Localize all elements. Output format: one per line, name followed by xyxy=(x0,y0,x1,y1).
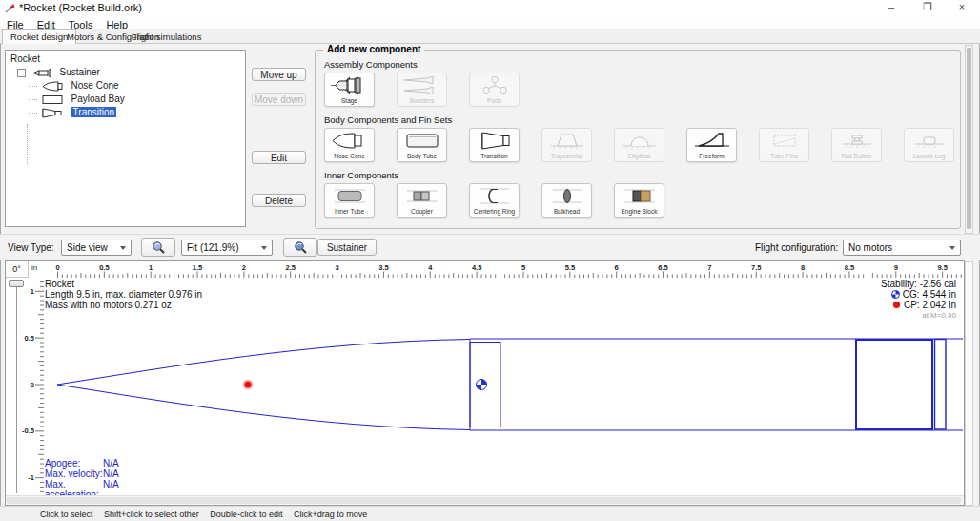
assembly-components-row: Stage Boosters Pods xyxy=(316,73,960,107)
tree-item-nose-cone[interactable]: Nose Cone xyxy=(6,79,245,93)
tree-item-payload-bay-label: Payload Bay xyxy=(71,94,125,104)
tree-item-payload-bay[interactable]: Payload Bay xyxy=(6,93,245,106)
svg-text:9: 9 xyxy=(894,263,898,272)
status-bar: Click to select Shift+click to select ot… xyxy=(0,506,980,521)
apogee-label: Apogee: xyxy=(45,458,103,469)
rocket-info: Rocket Length 9.5 in, max. diameter 0.97… xyxy=(45,279,202,310)
canvas-vertical-scrollbar[interactable] xyxy=(965,261,973,506)
svg-text:3: 3 xyxy=(336,263,339,272)
apogee-value: N/A xyxy=(103,458,119,469)
delete-button[interactable]: Delete xyxy=(252,194,306,207)
section-assembly-components: Assembly Components xyxy=(324,59,960,70)
tab-flight-simulations[interactable]: Flight simulations xyxy=(124,30,209,44)
add-coupler-button[interactable]: Coupler xyxy=(397,183,447,218)
rocket-length: Length 9.5 in, max. diameter 0.976 in xyxy=(45,289,202,300)
canvas-horizontal-scrollbar[interactable] xyxy=(6,495,964,505)
add-body-tube-button[interactable]: Body Tube xyxy=(397,128,447,162)
add-nose-cone-button[interactable]: Nose Cone xyxy=(324,128,375,162)
svg-text:0.5: 0.5 xyxy=(25,334,34,343)
scrollbar-thumb[interactable] xyxy=(7,497,961,504)
rocket-outline[interactable] xyxy=(57,339,963,430)
nose-cone-icon xyxy=(330,129,370,153)
stage-toggle-sustainer[interactable]: Sustainer xyxy=(317,239,377,256)
svg-text:0: 0 xyxy=(55,263,59,272)
transition-icon xyxy=(42,108,65,118)
elliptical-fin-icon xyxy=(620,129,660,153)
app-rocket-icon xyxy=(5,3,15,13)
add-engine-block-button[interactable]: Engine Block xyxy=(614,183,664,218)
tree-guide-stub xyxy=(29,86,37,87)
svg-text:8.5: 8.5 xyxy=(845,263,854,272)
minimize-button[interactable]: – xyxy=(875,0,908,15)
stability-value: -2.56 cal xyxy=(920,279,956,289)
inner-components-row: Inner Tube Coupler Centering Ring Bulkhe… xyxy=(316,183,960,218)
zoom-level-select[interactable]: Fit (121.9%) xyxy=(181,240,273,256)
add-elliptical-fin-button: Elliptical xyxy=(614,128,664,162)
tree-item-sustainer[interactable]: − Sustainer xyxy=(6,66,245,79)
flight-configuration-select[interactable]: No motors xyxy=(843,240,961,256)
cp-icon xyxy=(892,301,901,309)
tree-guide-stub xyxy=(29,113,37,114)
tree-item-rocket[interactable]: Rocket xyxy=(6,52,245,66)
cg-marker[interactable] xyxy=(477,380,487,390)
add-pods-button: Pods xyxy=(469,73,520,107)
rotation-slider-track[interactable] xyxy=(16,287,17,493)
add-trapezoidal-fin-button: Trapezoidal xyxy=(541,128,592,162)
hint-click-select: Click to select xyxy=(40,510,93,519)
tree-item-transition[interactable]: Transition xyxy=(6,106,245,119)
restore-button[interactable]: ❐ xyxy=(911,0,944,15)
svg-text:5: 5 xyxy=(521,263,525,272)
move-up-button[interactable]: Move up xyxy=(252,68,306,81)
magnifier-minus-icon xyxy=(294,240,308,255)
coupler-icon xyxy=(402,184,442,208)
zoom-in-button[interactable] xyxy=(141,238,175,257)
svg-text:7.5: 7.5 xyxy=(751,263,761,272)
component-panel-scrollbar[interactable] xyxy=(965,45,973,234)
rotation-slider-handle[interactable] xyxy=(9,280,24,287)
tree-item-nose-cone-label: Nose Cone xyxy=(71,80,119,91)
move-down-button: Move down xyxy=(252,93,306,106)
rocket-design-canvas[interactable]: 00.511.522.533.544.555.566.577.588.599.5… xyxy=(5,260,965,506)
add-stage-button[interactable]: Stage xyxy=(324,73,375,107)
svg-text:1: 1 xyxy=(149,263,153,272)
svg-text:1: 1 xyxy=(31,287,34,296)
tree-item-rocket-label: Rocket xyxy=(10,53,40,64)
add-centering-ring-button[interactable]: Centering Ring xyxy=(469,183,520,218)
transition-aft-end xyxy=(935,340,947,430)
svg-text:0: 0 xyxy=(31,381,34,389)
cg-value: 4.544 in xyxy=(922,289,956,300)
add-bulkhead-button[interactable]: Bulkhead xyxy=(541,183,592,218)
view-type-select[interactable]: Side view xyxy=(61,240,132,256)
add-rail-button-button: Rail Button xyxy=(831,128,882,162)
collapse-icon[interactable]: − xyxy=(17,69,26,77)
tube-fins-icon xyxy=(765,129,805,153)
simulation-results: Apogee:N/A Max. velocity:N/A Max. accele… xyxy=(45,458,119,500)
add-freeform-fin-button[interactable]: Freeform xyxy=(686,128,737,162)
inner-tube-icon xyxy=(330,184,370,208)
section-body-components: Body Components and Fin Sets xyxy=(324,115,960,125)
svg-text:8: 8 xyxy=(801,263,805,272)
cp-marker[interactable] xyxy=(243,380,254,390)
engine-block-icon xyxy=(620,184,660,208)
cg-icon xyxy=(891,290,900,299)
svg-text:4: 4 xyxy=(428,263,433,272)
edit-button[interactable]: Edit xyxy=(252,151,306,164)
view-type-value: Side view xyxy=(67,242,108,253)
hint-double-click: Double-click to edit xyxy=(210,510,282,519)
flight-configuration-label: Flight configuration: xyxy=(755,242,838,253)
svg-text:3.5: 3.5 xyxy=(378,263,388,272)
close-button[interactable]: × xyxy=(946,0,978,15)
add-transition-button[interactable]: Transition xyxy=(469,128,520,162)
zoom-out-button[interactable] xyxy=(283,238,317,257)
max-velocity-label: Max. velocity: xyxy=(45,469,103,479)
body-components-row: Nose Cone Body Tube Transition Trapezoid… xyxy=(316,128,960,162)
magnifier-plus-icon xyxy=(152,240,166,255)
hint-shift-click: Shift+click to select other xyxy=(104,510,199,519)
horizontal-ruler: 00.511.522.533.544.555.566.577.588.599.5 xyxy=(55,263,961,279)
component-tree[interactable]: Rocket − Sustainer Nose Cone Payload Bay… xyxy=(5,50,246,227)
scrollbar-thumb[interactable] xyxy=(967,48,971,229)
add-inner-tube-button[interactable]: Inner Tube xyxy=(324,183,375,218)
nose-cone-top xyxy=(57,340,470,386)
boosters-icon xyxy=(402,73,442,97)
window-title: *Rocket (Rocket Build.ork) xyxy=(19,2,142,13)
